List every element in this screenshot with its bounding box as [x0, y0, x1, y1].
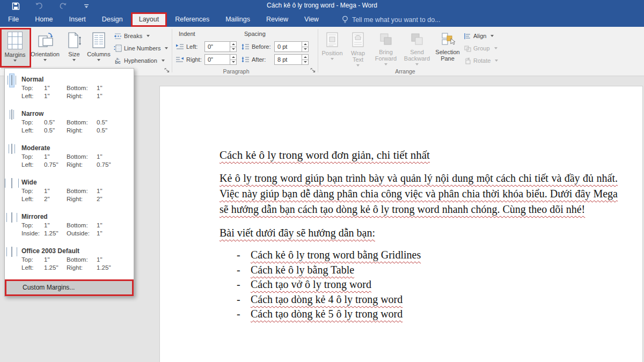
doc-list-item: - Cách tạo dòng kẻ 4 ô ly trong word: [237, 292, 618, 307]
chevron-down-icon: [43, 59, 47, 61]
tab-file[interactable]: File: [0, 12, 27, 27]
bring-forward-label: Bring Forward: [372, 49, 400, 62]
tab-mailings[interactable]: Mailings: [217, 12, 258, 27]
margin-preset-item[interactable]: Narrow Top: 0.5" Bottom: 0.5" Left: 0.5"…: [5, 106, 134, 140]
line-numbers-button[interactable]: Line Numbers: [114, 43, 168, 54]
tab-layout[interactable]: Layout: [131, 12, 167, 27]
indent-left-row: Left: 0": [175, 41, 237, 52]
group-label: Group: [473, 45, 490, 51]
margin-preset-icon: [9, 108, 14, 122]
preset-top-label: Top:: [21, 256, 44, 264]
margins-button[interactable]: Margins: [1, 28, 29, 69]
spin-down-icon[interactable]: [230, 60, 236, 65]
margin-preset-name: Narrow: [21, 110, 43, 117]
rotate-button[interactable]: Rotate: [464, 55, 498, 66]
spacing-after-value[interactable]: 8 pt: [275, 55, 302, 64]
tab-references[interactable]: References: [167, 12, 217, 27]
position-button[interactable]: Position: [320, 28, 345, 69]
preset-top-label: Top:: [21, 153, 44, 161]
customize-qat-icon[interactable]: [82, 1, 91, 11]
tab-home[interactable]: Home: [27, 12, 61, 27]
align-icon: [464, 33, 471, 40]
preset-right-value: 0.75": [97, 161, 111, 169]
indent-right-icon: [175, 56, 184, 63]
preset-right-label: Right:: [67, 127, 97, 135]
preset-left-label: Left:: [21, 195, 44, 203]
orientation-icon: [36, 32, 54, 49]
preset-right-value: 0.5": [97, 127, 107, 135]
page-setup-dialog-launcher[interactable]: [164, 68, 171, 74]
preset-bottom-label: Bottom:: [67, 153, 97, 161]
hyphenation-button[interactable]: a-bc Hyphenation: [114, 55, 165, 66]
indent-left-icon: [175, 43, 184, 50]
preset-bottom-value: 1": [97, 153, 111, 161]
preset-top-value: 1": [44, 153, 67, 161]
spacing-before-icon: [241, 43, 250, 50]
align-button[interactable]: Align: [464, 31, 494, 41]
margin-preset-item[interactable]: Wide Top: 1" Bottom: 1" Left: 2" Right: …: [5, 174, 134, 209]
dash-bullet: -: [237, 248, 251, 263]
tab-view[interactable]: View: [296, 12, 327, 27]
spin-up-icon[interactable]: [230, 55, 236, 60]
spin-up-icon[interactable]: [302, 42, 308, 47]
indent-left-value[interactable]: 0": [205, 42, 230, 51]
size-button[interactable]: Size: [60, 28, 88, 69]
spacing-after-label: After:: [252, 56, 272, 63]
indent-right-input[interactable]: 0": [204, 54, 237, 65]
size-label: Size: [68, 51, 79, 57]
margin-preset-item[interactable]: Moderate Top: 1" Bottom: 1" Left: 0.75" …: [5, 140, 134, 174]
margins-icon: [8, 32, 23, 49]
selection-pane-label: Selection Pane: [434, 49, 461, 62]
tab-review[interactable]: Review: [258, 12, 296, 27]
preset-right-value: 2": [97, 195, 102, 203]
preset-top-value: 1": [44, 187, 67, 195]
ribbon-tab-row: FileHomeInsertDesignLayoutReferencesMail…: [0, 12, 644, 27]
bring-forward-button[interactable]: Bring Forward: [371, 28, 400, 69]
window-title: Cách kẻ ô ly trong word - Mega - Word: [0, 2, 644, 9]
custom-margins-item[interactable]: Custom Margins...: [5, 279, 134, 296]
document-page[interactable]: Cách kẻ ô ly trong word đơn giản, chi ti…: [159, 86, 643, 362]
chevron-down-icon: [494, 47, 497, 49]
selection-pane-button[interactable]: Selection Pane: [434, 28, 462, 69]
position-label: Position: [321, 50, 342, 56]
send-backward-button[interactable]: Send Backward: [401, 28, 433, 69]
doc-list-item-text: Cách kẻ ô ly bằng Table: [251, 263, 354, 278]
spin-down-icon[interactable]: [230, 47, 236, 52]
doc-list-item-text: Cách tạo dòng kẻ 5 ô ly trong word: [251, 307, 402, 322]
preset-left-value: 0.75": [44, 161, 67, 169]
margin-preset-item[interactable]: Normal Top: 1" Bottom: 1" Left: 1" Right…: [5, 71, 134, 106]
margin-preset-item[interactable]: Office 2003 Default Top: 1" Bottom: 1" L…: [5, 243, 134, 277]
breaks-button[interactable]: Breaks: [114, 31, 150, 41]
margin-preset-name: Normal: [21, 76, 43, 83]
tab-design[interactable]: Design: [94, 12, 131, 27]
save-icon[interactable]: [11, 1, 20, 11]
spacing-before-input[interactable]: 0 pt: [274, 41, 309, 52]
spin-down-icon[interactable]: [302, 60, 308, 65]
redo-icon[interactable]: [58, 1, 68, 11]
indent-left-input[interactable]: 0": [204, 41, 237, 52]
spin-down-icon[interactable]: [302, 47, 308, 52]
line-numbers-label: Line Numbers: [124, 45, 160, 51]
paragraph-dialog-launcher[interactable]: [310, 68, 317, 74]
wrap-text-icon: [351, 32, 365, 48]
columns-label: Columns: [87, 51, 110, 57]
spin-up-icon[interactable]: [230, 42, 236, 47]
undo-icon[interactable]: [34, 1, 44, 11]
preset-bottom-label: Bottom:: [67, 187, 97, 195]
preset-bottom-value: 0.5": [97, 119, 107, 127]
indent-right-value[interactable]: 0": [205, 55, 230, 64]
send-backward-icon: [409, 32, 425, 47]
tab-insert[interactable]: Insert: [61, 12, 94, 27]
group-button[interactable]: Group: [464, 43, 497, 54]
wrap-text-button[interactable]: Wrap Text: [346, 28, 370, 69]
margin-preset-item[interactable]: Mirrored Top: 1" Bottom: 1" Inside: 1.25…: [5, 209, 134, 243]
orientation-button[interactable]: Orientation: [31, 28, 59, 69]
spin-up-icon[interactable]: [302, 55, 308, 60]
spacing-before-label: Before:: [252, 43, 272, 50]
columns-button[interactable]: Columns: [85, 28, 113, 69]
doc-intro: Bài viết dưới đây sẽ hướng dẫn bạn:: [219, 225, 618, 241]
spacing-after-input[interactable]: 8 pt: [274, 54, 309, 65]
preset-top-label: Top:: [21, 119, 44, 127]
spacing-before-value[interactable]: 0 pt: [275, 42, 302, 51]
tell-me-box[interactable]: Tell me what you want to do...: [342, 16, 441, 27]
